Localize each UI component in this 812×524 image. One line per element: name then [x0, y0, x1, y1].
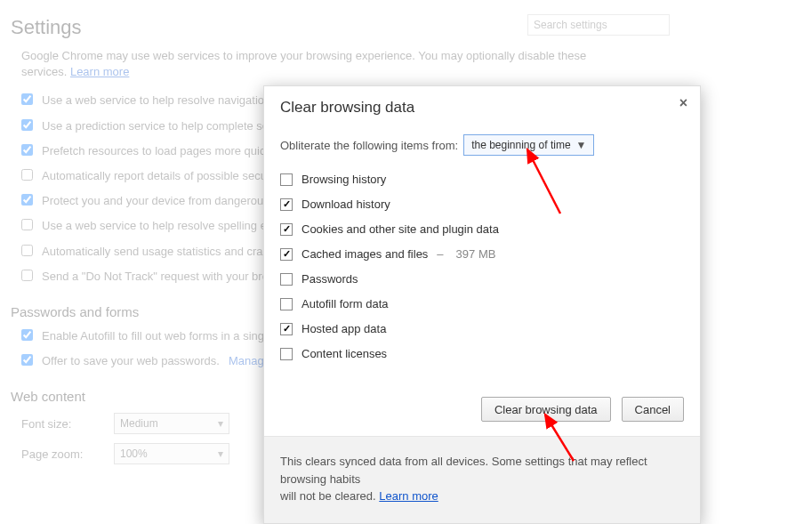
- footer-text-a: This clears synced data from all devices…: [280, 455, 647, 486]
- clear-data-item-label: Passwords: [301, 272, 358, 286]
- clear-data-item-label: Cookies and other site and plugin data: [301, 222, 499, 236]
- clear-data-checkbox[interactable]: [280, 348, 293, 360]
- clear-browsing-data-dialog: × Clear browsing data Obliterate the fol…: [263, 85, 701, 524]
- clear-data-item: Browsing history: [280, 173, 684, 186]
- cancel-button[interactable]: Cancel: [622, 397, 684, 422]
- clear-data-checkbox[interactable]: [280, 223, 293, 236]
- clear-data-item: Passwords: [280, 272, 684, 286]
- clear-data-item-label: Download history: [301, 198, 390, 211]
- clear-data-item: Hosted app data: [280, 322, 684, 335]
- dialog-footer: This clears synced data from all devices…: [264, 436, 700, 523]
- footer-text-b: will not be cleared.: [280, 489, 379, 503]
- clear-data-checkbox[interactable]: [280, 298, 293, 310]
- clear-data-item-label: Autofill form data: [301, 297, 389, 310]
- clear-data-checkbox[interactable]: [280, 248, 293, 261]
- clear-data-checkbox[interactable]: [280, 273, 293, 286]
- cached-size: 397 MB: [456, 247, 496, 261]
- dash: –: [437, 247, 443, 261]
- clear-data-item: Download history: [280, 198, 684, 211]
- clear-data-item: Cached images and files – 397 MB: [280, 247, 684, 261]
- time-range-value: the beginning of time: [471, 139, 570, 151]
- clear-data-item-label: Content licenses: [301, 347, 387, 360]
- clear-data-item: Autofill form data: [280, 297, 684, 310]
- chevron-down-icon: ▼: [576, 139, 587, 151]
- clear-data-item-label: Hosted app data: [301, 322, 386, 335]
- clear-data-item-label: Cached images and files: [301, 247, 428, 261]
- footer-learn-more-link[interactable]: Learn more: [379, 489, 438, 503]
- clear-data-checkbox[interactable]: [280, 198, 293, 211]
- time-range-select[interactable]: the beginning of time ▼: [463, 134, 594, 156]
- clear-data-checkbox[interactable]: [280, 173, 293, 186]
- clear-data-item-label: Browsing history: [301, 173, 386, 186]
- dialog-title: Clear browsing data: [264, 86, 700, 125]
- clear-data-item: Content licenses: [280, 347, 684, 360]
- clear-browsing-data-button[interactable]: Clear browsing data: [481, 397, 611, 422]
- close-icon[interactable]: ×: [679, 95, 687, 111]
- clear-data-checkbox[interactable]: [280, 323, 293, 335]
- clear-data-item: Cookies and other site and plugin data: [280, 222, 684, 236]
- obliterate-label: Obliterate the following items from:: [280, 139, 458, 152]
